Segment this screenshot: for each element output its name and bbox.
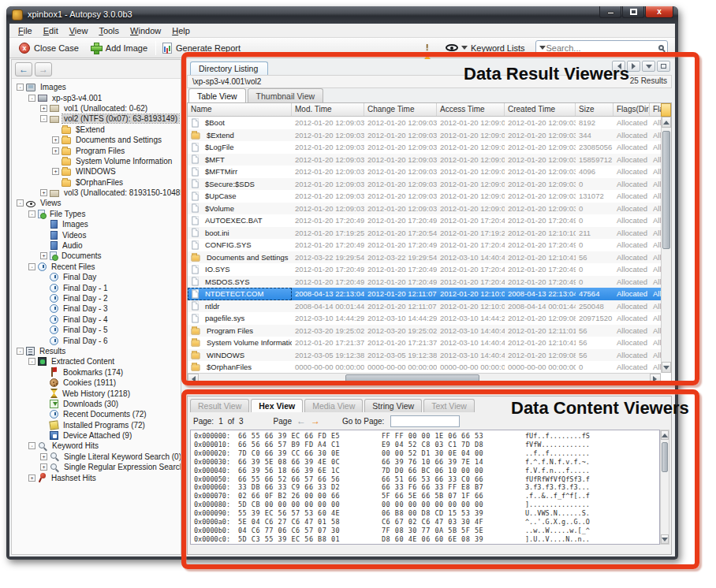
hex-view[interactable]: 0x000000:66 55 66 39 EC 66 FD E5FF FF 00… xyxy=(190,430,660,545)
tree-item[interactable]: Final Day - 1 xyxy=(13,282,181,292)
table-row[interactable]: $MFTMirr2012-01-20 12:09:032012-01-20 12… xyxy=(188,166,661,178)
column-header-change-time[interactable]: Change Time xyxy=(364,103,437,116)
generate-report-button[interactable]: Generate Report xyxy=(158,41,247,55)
close-case-button[interactable]: x Close Case xyxy=(14,41,85,55)
back-button[interactable]: ← xyxy=(15,62,32,76)
tree-item[interactable]: +Single Regular Expression Search (0) xyxy=(13,462,181,472)
tree-item[interactable]: +vol3 (Unallocated: 8193150-10485215) xyxy=(13,188,181,198)
table-row[interactable]: $Boot2012-01-20 12:09:032012-01-20 12:09… xyxy=(188,117,661,129)
tree-expander[interactable]: - xyxy=(17,199,24,207)
table-row[interactable]: $MFT2012-01-20 12:09:032012-01-20 12:09:… xyxy=(188,154,661,166)
forward-button[interactable]: → xyxy=(35,62,52,76)
search-input[interactable] xyxy=(546,43,658,53)
table-horizontal-scrollbar[interactable] xyxy=(188,373,661,384)
tree-item[interactable]: Final Day - 2 xyxy=(13,293,181,303)
tree-item[interactable]: -vol2 (NTFS (0x07): 63-8193149) xyxy=(13,114,181,124)
scroll-thumb[interactable] xyxy=(662,131,670,249)
tree-expander[interactable]: - xyxy=(28,95,35,102)
search-icon[interactable] xyxy=(658,45,664,50)
tab-table-view[interactable]: Table View xyxy=(188,88,246,102)
table-row[interactable]: System Volume Information2012-01-20 17:2… xyxy=(188,337,661,349)
table-row[interactable]: $UpCase2012-01-20 12:09:032012-01-20 12:… xyxy=(188,190,661,203)
table-row[interactable]: ntldr2008-04-14 00:01:442012-01-20 12:11… xyxy=(188,300,661,313)
tree-expander[interactable]: + xyxy=(40,453,47,460)
tree-item[interactable]: Bookmarks (174) xyxy=(13,367,181,378)
tree-expander[interactable]: + xyxy=(28,474,35,482)
prev-page-button[interactable]: ← xyxy=(296,416,306,426)
tree-item[interactable]: -Views xyxy=(13,198,181,208)
tree-item[interactable]: System Volume Information xyxy=(13,156,181,166)
tab-thumbnail-view[interactable]: Thumbnail View xyxy=(248,88,324,102)
table-row[interactable]: Program Files2012-03-20 19:25:022012-03-… xyxy=(188,325,661,337)
tree-item[interactable]: Device Attached (9) xyxy=(13,430,181,441)
table-row[interactable]: $Volume2012-01-20 12:09:032012-01-20 12:… xyxy=(188,203,661,215)
tree-expander[interactable]: + xyxy=(40,463,47,471)
scroll-left-button[interactable] xyxy=(188,374,199,384)
goto-page-input[interactable] xyxy=(390,415,460,427)
tree-item[interactable]: Audio xyxy=(13,240,181,251)
tab-list-button[interactable] xyxy=(642,61,655,72)
tree-expander[interactable]: - xyxy=(28,210,35,218)
maximize-panel-button[interactable] xyxy=(657,61,670,72)
tree-item[interactable]: Final Day - 6 xyxy=(13,335,181,345)
scroll-right-button[interactable] xyxy=(650,374,661,384)
tree-item[interactable]: -Results xyxy=(13,346,181,356)
tab-hex-view[interactable]: Hex View xyxy=(251,399,303,412)
tree-item[interactable]: -Images xyxy=(13,82,181,92)
tree-item[interactable]: Images xyxy=(13,219,181,229)
tree-item[interactable]: $Extend xyxy=(13,125,181,135)
table-row[interactable]: $Secure:$SDS2012-01-20 12:09:032012-01-2… xyxy=(188,178,661,191)
maximize-button[interactable] xyxy=(622,6,644,18)
tree-item[interactable]: Cookies (1911) xyxy=(13,378,181,388)
tree-expander[interactable]: + xyxy=(52,136,59,143)
scroll-up-button[interactable] xyxy=(662,117,671,128)
column-header-access-time[interactable]: Access Time xyxy=(437,103,505,116)
tree-expander[interactable]: - xyxy=(17,84,24,91)
close-button[interactable]: x xyxy=(645,6,673,18)
tree-expander[interactable]: - xyxy=(17,348,24,355)
tree-expander[interactable]: - xyxy=(40,115,47,122)
tree-item[interactable]: +WINDOWS xyxy=(13,166,181,177)
tree-item[interactable]: +Documents xyxy=(13,251,181,261)
tree-item[interactable]: Videos xyxy=(13,229,181,240)
tree-item[interactable]: Final Day - 5 xyxy=(13,325,181,335)
tree-item[interactable]: +vol1 (Unallocated: 0-62) xyxy=(13,103,181,114)
add-image-button[interactable]: Add Image xyxy=(85,40,154,55)
tree-item[interactable]: Installed Programs (72) xyxy=(13,420,181,430)
table-row[interactable]: pagefile.sys2012-03-10 14:44:292012-03-1… xyxy=(188,312,661,325)
menu-help[interactable]: Help xyxy=(166,25,196,36)
hex-vertical-scrollbar[interactable] xyxy=(660,430,669,545)
tree-expander[interactable]: + xyxy=(40,105,47,112)
tree-expander[interactable]: + xyxy=(40,252,47,259)
keyword-lists-button[interactable]: Keyword Lists xyxy=(446,43,524,53)
next-page-button[interactable]: → xyxy=(311,416,320,426)
column-header-size[interactable]: Size xyxy=(576,103,613,116)
scroll-down-button[interactable] xyxy=(662,362,671,373)
menu-tools[interactable]: Tools xyxy=(93,25,125,36)
scroll-up-button[interactable] xyxy=(661,430,669,440)
table-row[interactable]: Documents and Settings2012-03-22 19:29:5… xyxy=(188,251,661,264)
column-header-name[interactable]: Name xyxy=(188,103,292,116)
menu-view[interactable]: View xyxy=(64,25,94,36)
tree-item[interactable]: Recent Documents (72) xyxy=(13,409,181,419)
search-dropdown-icon[interactable] xyxy=(539,46,546,53)
tree-item[interactable]: $OrphanFiles xyxy=(13,177,181,188)
tree-item[interactable]: -Keyword Hits xyxy=(13,441,181,451)
tree-expander[interactable]: - xyxy=(28,263,35,270)
tree-item[interactable]: -File Types xyxy=(13,209,181,219)
scroll-thumb[interactable] xyxy=(662,442,668,472)
tree-item[interactable]: Web History (1218) xyxy=(13,388,181,398)
column-header-flags-meta-[interactable]: Flags(Meta) xyxy=(650,103,661,116)
tree-item[interactable]: -Extracted Content xyxy=(13,356,181,367)
menu-file[interactable]: File xyxy=(13,25,38,36)
warning-indicator[interactable] xyxy=(420,41,434,55)
table-row[interactable]: WINDOWS2012-03-05 19:12:382012-03-05 19:… xyxy=(188,349,661,362)
scroll-thumb[interactable] xyxy=(345,374,479,383)
tree-expander[interactable]: + xyxy=(52,168,59,175)
title-bar[interactable]: xpinbox1 - Autopsy 3.0.0b3 x xyxy=(6,6,678,24)
table-vertical-scrollbar[interactable] xyxy=(661,117,671,373)
tree-item[interactable]: Final Day - 4 xyxy=(13,314,181,325)
tree-item[interactable]: -xp-sp3-v4.001 xyxy=(13,92,181,102)
table-row[interactable]: $OrphanFiles0000-00-00 00:00:000000-00-0… xyxy=(188,361,661,373)
table-row[interactable]: $LogFile2012-01-20 12:09:032012-01-20 12… xyxy=(188,141,661,154)
